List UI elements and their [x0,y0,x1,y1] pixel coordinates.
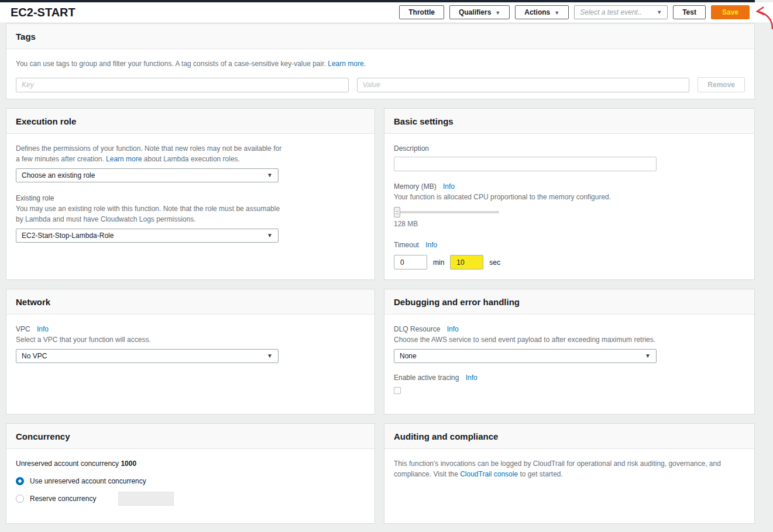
auditing-visit-after: to get started. [520,470,562,478]
memory-description: Your function is allocated CPU proportio… [394,192,745,202]
cloudtrail-console-link[interactable]: CloudTrail console [460,470,518,478]
red-arrow-annotation [755,4,773,30]
debugging-title: Debugging and error handling [384,289,754,315]
chevron-down-icon: ▼ [645,353,651,359]
header-actions: Throttle Qualifiers▼ Actions▼ Select a t… [399,5,773,19]
memory-label-row: Memory (MB) Info [394,181,745,192]
timeout-min-unit: min [433,257,444,268]
reserve-option-label: Reserve concurrency [30,493,96,504]
existing-role-select-value: EC2-Start-Stop-Lambda-Role [22,230,114,241]
timeout-sec-input[interactable] [450,255,483,270]
existing-role-label: Existing role [16,193,365,203]
reserve-concurrency-input[interactable] [118,492,174,506]
memory-info-link[interactable]: Info [443,182,455,191]
auditing-card: Auditing and compliance This function's … [384,423,755,524]
basic-settings-title: Basic settings [384,109,754,134]
reserve-option-row: Reserve concurrency [16,492,365,506]
vpc-select-value: No VPC [22,351,47,361]
basic-settings-card: Basic settings Description Memory (MB) I… [384,108,755,280]
timeout-info-link[interactable]: Info [425,241,437,249]
unreserved-concurrency-line: Unreserved account concurrency 1000 [16,458,365,469]
chevron-down-icon: ▼ [267,233,273,239]
unreserved-radio[interactable] [16,477,24,485]
qualifiers-button[interactable]: Qualifiers▼ [449,5,510,19]
description-input[interactable] [394,157,657,171]
timeout-label-row: Timeout Info [394,240,745,250]
tag-key-input[interactable] [16,78,349,92]
memory-slider-track [394,211,499,213]
unreserved-concurrency-value: 1000 [121,460,136,468]
tags-learn-more-link[interactable]: Learn more. [328,60,366,68]
tags-card: Tags You can use tags to group and filte… [6,23,755,99]
chevron-down-icon: ▼ [267,353,273,359]
timeout-label: Timeout [394,241,419,249]
tracing-checkbox[interactable] [394,387,401,394]
timeout-min-input[interactable] [394,255,427,270]
tags-title: Tags [6,24,754,49]
function-header: EC2-START Throttle Qualifiers▼ Actions▼ … [0,2,773,22]
test-event-placeholder: Select a test event.. [580,8,641,16]
dlq-select[interactable]: None ▼ [394,349,657,363]
tracing-label-row: Enable active tracing Info [394,372,745,383]
execution-role-learn-more-link[interactable]: Learn more [106,155,142,163]
save-button[interactable]: Save [711,5,750,19]
chevron-down-icon: ▼ [657,10,662,15]
tracing-label: Enable active tracing [394,374,459,382]
execution-role-description: Defines the permissions of your function… [16,143,285,164]
concurrency-title: Concurrency [6,424,375,449]
execution-role-card: Execution role Defines the permissions o… [6,108,375,280]
tag-row: Remove [16,77,745,92]
dlq-description: Choose the AWS service to send event pay… [394,334,745,345]
qualifiers-label: Qualifiers [459,8,491,16]
actions-label: Actions [524,8,550,16]
role-select[interactable]: Choose an existing role ▼ [16,168,279,182]
vpc-description: Select a VPC that your function will acc… [16,334,365,345]
memory-value: 128 MB [394,219,745,229]
dlq-info-link[interactable]: Info [447,325,459,333]
debugging-card: Debugging and error handling DLQ Resourc… [384,289,755,414]
role-select-value: Choose an existing role [22,170,95,181]
dlq-label: DLQ Resource [394,325,440,333]
unreserved-concurrency-label: Unreserved account concurrency [16,460,119,468]
remove-tag-button[interactable]: Remove [698,77,745,92]
network-card: Network VPC Info Select a VPC that your … [6,289,375,414]
auditing-title: Auditing and compliance [384,424,754,449]
reserve-radio[interactable] [16,495,24,503]
unreserved-option-row: Use unreserved account concurrency [16,476,365,486]
tracing-info-link[interactable]: Info [466,374,477,382]
network-title: Network [6,289,375,315]
existing-role-select[interactable]: EC2-Start-Stop-Lambda-Role ▼ [16,229,279,243]
throttle-button[interactable]: Throttle [399,5,444,19]
dlq-label-row: DLQ Resource Info [394,324,745,334]
page-title: EC2-START [11,6,75,19]
dlq-select-value: None [400,351,417,361]
test-button[interactable]: Test [673,5,706,19]
chevron-down-icon: ▼ [495,10,500,16]
description-label: Description [394,143,745,154]
chevron-down-icon: ▼ [554,10,559,16]
concurrency-card: Concurrency Unreserved account concurren… [6,423,375,524]
vpc-label: VPC [16,325,30,333]
tags-description: You can use tags to group and filter you… [16,58,745,69]
vpc-select[interactable]: No VPC ▼ [16,349,279,363]
existing-role-description: You may use an existing role with this f… [16,203,285,224]
memory-label: Memory (MB) [394,182,437,191]
tag-value-input[interactable] [357,78,690,92]
timeout-row: min sec [394,255,745,270]
chevron-down-icon: ▼ [267,172,273,178]
execution-role-desc-after: about Lambda execution roles. [144,155,240,163]
actions-button[interactable]: Actions▼ [515,5,569,19]
test-event-select[interactable]: Select a test event.. ▼ [574,5,668,19]
unreserved-option-label: Use unreserved account concurrency [30,476,146,486]
memory-slider [394,207,499,217]
timeout-sec-unit: sec [489,257,500,268]
vpc-label-row: VPC Info [16,324,365,334]
configuration-panel: Tags You can use tags to group and filte… [0,22,773,524]
auditing-visit-before: Visit the [433,470,458,478]
execution-role-title: Execution role [6,109,375,134]
memory-slider-handle[interactable] [394,207,400,217]
vpc-info-link[interactable]: Info [37,325,49,333]
tags-description-text: You can use tags to group and filter you… [16,60,326,68]
